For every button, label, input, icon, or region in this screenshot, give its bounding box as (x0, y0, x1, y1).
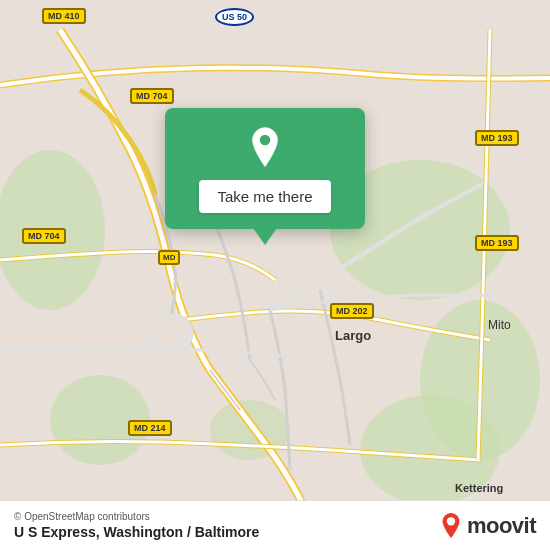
md704-left-badge: MD 704 (22, 228, 66, 244)
location-pin-icon (243, 126, 287, 170)
mito-label: Mito (488, 318, 511, 332)
md193-top-badge: MD 193 (475, 130, 519, 146)
largo-label: Largo (335, 328, 371, 343)
location-title: U S Express, Washington / Baltimore (14, 524, 259, 540)
md193-mid-badge: MD 193 (475, 235, 519, 251)
moovit-pin-icon (439, 512, 463, 540)
svg-point-9 (447, 517, 455, 525)
moovit-logo: moovit (439, 512, 536, 540)
us50-badge: US 50 (215, 8, 254, 26)
md410-badge: MD 410 (42, 8, 86, 24)
copyright-text: © OpenStreetMap contributors (14, 511, 259, 522)
md202-badge: MD 202 (330, 303, 374, 319)
map-container: MD 410 US 50 MD 704 MD 704 MD 193 MD 193… (0, 0, 550, 550)
moovit-text: moovit (467, 513, 536, 539)
map-roads (0, 0, 550, 550)
md214-badge: MD 214 (128, 420, 172, 436)
md-small-badge: MD (158, 250, 180, 265)
svg-point-7 (156, 315, 192, 351)
take-me-there-button[interactable]: Take me there (199, 180, 330, 213)
md704-top-badge: MD 704 (130, 88, 174, 104)
bottom-left-info: © OpenStreetMap contributors U S Express… (14, 511, 259, 540)
bottom-bar: © OpenStreetMap contributors U S Express… (0, 500, 550, 550)
svg-point-8 (260, 135, 271, 146)
kettering-label: Kettering (455, 482, 503, 494)
popup-card: Take me there (165, 108, 365, 229)
